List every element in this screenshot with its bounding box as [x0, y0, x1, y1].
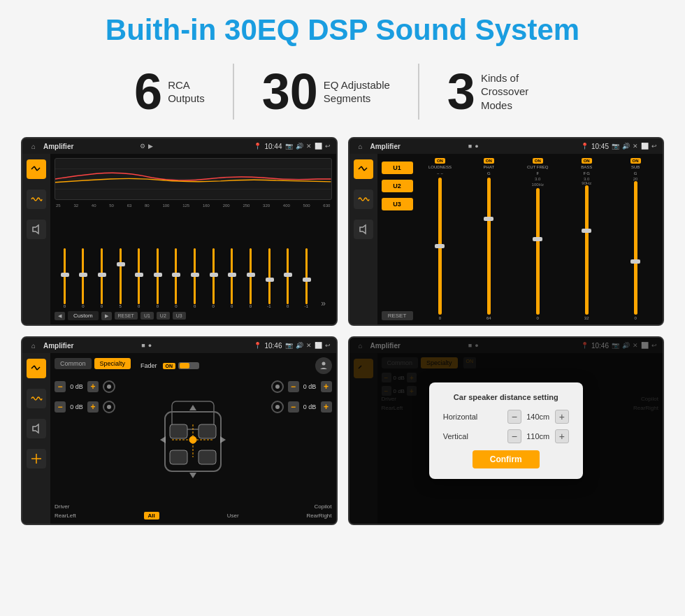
- fader-plus-rb[interactable]: +: [321, 401, 332, 413]
- eq-slider-6[interactable]: 0: [149, 248, 166, 308]
- cross-icon-eq[interactable]: [354, 159, 373, 179]
- dialog-screen-container: ⌂ Amplifier ■● 📍 10:46 📷🔊✕⬜↩ Common: [348, 336, 665, 525]
- fader-icon-speaker[interactable]: [27, 419, 46, 438]
- svg-line-12: [34, 366, 37, 370]
- svg-line-11: [31, 366, 34, 368]
- cross-sidebar: [349, 154, 377, 324]
- dialog-horizontal-label: Horizontal: [443, 413, 507, 421]
- dialog-horizontal-minus[interactable]: −: [507, 410, 521, 424]
- fader-right-controls: − 0 dB + − 0 dB +: [269, 378, 332, 501]
- car-diagram-svg: [154, 391, 231, 489]
- fader-tab-common[interactable]: Common: [55, 358, 92, 369]
- cross-icon-wave[interactable]: [354, 189, 373, 209]
- dialog-horizontal-plus[interactable]: +: [555, 410, 569, 424]
- fader-status-right: 📍 10:46 📷🔊✕⬜↩: [254, 342, 330, 350]
- svg-point-17: [322, 362, 325, 366]
- channel-loudness: ON LOUDNESS ~ ~ 0: [417, 158, 463, 320]
- svg-line-8: [361, 166, 364, 171]
- fader-minus-lt[interactable]: −: [55, 381, 66, 392]
- channel-sub: ON SUB G 20 0: [612, 158, 658, 320]
- home-icon-2[interactable]: ⌂: [355, 141, 366, 152]
- fader-plus-rt[interactable]: +: [321, 381, 332, 392]
- stat-label-crossover: Kinds of Crossover Modes: [481, 71, 551, 113]
- crossover-screen: U1 U2 U3 RESET ON LOUDNESS: [349, 154, 663, 324]
- eq-icon-wave[interactable]: [27, 189, 46, 209]
- dialog-vertical-control: − 110cm +: [507, 429, 569, 443]
- fader-minus-lb[interactable]: −: [55, 401, 66, 413]
- eq-slider-1[interactable]: 0: [56, 248, 73, 308]
- eq-u2-btn[interactable]: U2: [157, 312, 170, 320]
- eq-slider-5[interactable]: 0: [130, 248, 147, 308]
- svg-marker-10: [360, 225, 366, 234]
- svg-point-19: [107, 385, 111, 389]
- svg-marker-32: [189, 473, 196, 478]
- fader-icon-eq[interactable]: [27, 359, 46, 378]
- fader-layout: Common Specialty Fader ON: [22, 353, 336, 524]
- eq-slider-9[interactable]: 0: [205, 248, 222, 308]
- eq-main: 2532 4050 6380 100125 160200 250320 4005…: [50, 154, 336, 324]
- eq-next-btn[interactable]: ▶: [101, 312, 112, 320]
- fader-status-icons: ■●: [141, 342, 152, 349]
- label-user: User: [227, 513, 239, 519]
- svg-rect-24: [170, 424, 187, 438]
- sub-on-badge: ON: [630, 158, 641, 164]
- fader-minus-rb[interactable]: −: [288, 401, 299, 413]
- dialog-vertical-minus[interactable]: −: [507, 429, 521, 443]
- svg-line-2: [37, 168, 40, 171]
- fader-minus-rt[interactable]: −: [288, 381, 299, 392]
- eq-u1-btn[interactable]: U1: [140, 312, 154, 320]
- eq-prev-btn[interactable]: ◀: [55, 312, 65, 320]
- eq-sidebar: [22, 154, 50, 324]
- expand-icon[interactable]: »: [317, 299, 331, 308]
- home-icon-3[interactable]: ⌂: [28, 340, 39, 351]
- channel-cutfreq: ON CUT FREQ F 3.0 100Hz 0: [514, 158, 561, 320]
- cross-u3-btn[interactable]: U3: [382, 198, 413, 210]
- eq-slider-2[interactable]: 0: [75, 248, 92, 308]
- home-icon[interactable]: ⌂: [28, 141, 39, 152]
- eq-reset-btn[interactable]: RESET: [115, 312, 138, 320]
- cross-icon-speaker[interactable]: [354, 220, 373, 239]
- cross-u2-btn[interactable]: U2: [382, 180, 413, 192]
- loudness-label: LOUDNESS: [428, 165, 452, 169]
- eq-slider-3[interactable]: 0: [93, 248, 110, 308]
- cross-reset-btn[interactable]: RESET: [382, 311, 413, 320]
- svg-marker-3: [33, 225, 38, 234]
- cross-u1-btn[interactable]: U1: [382, 162, 413, 174]
- eq-slider-4[interactable]: 5: [112, 248, 129, 308]
- eq-u3-btn[interactable]: U3: [173, 312, 186, 320]
- confirm-button[interactable]: Confirm: [473, 450, 540, 468]
- eq-slider-12[interactable]: -1: [261, 248, 278, 308]
- eq-slider-11[interactable]: 0: [242, 248, 259, 308]
- fader-label: Fader: [140, 362, 157, 369]
- label-driver: Driver: [55, 503, 69, 510]
- fader-tab-specialty[interactable]: Specialty: [94, 358, 131, 369]
- fader-row-left-bottom: − 0 dB +: [55, 399, 117, 415]
- svg-point-38: [275, 405, 280, 409]
- bass-on-badge: ON: [582, 158, 592, 164]
- dialog-horizontal-value: 140cm: [524, 413, 552, 421]
- dialog-vertical-label: Vertical: [443, 432, 507, 440]
- stat-label-rca: RCA Outputs: [168, 78, 205, 106]
- svg-line-13: [37, 367, 40, 370]
- dialog-vertical-plus[interactable]: +: [555, 429, 569, 443]
- eq-mode-label: Custom: [68, 311, 99, 320]
- all-badge[interactable]: All: [144, 512, 159, 520]
- fader-plus-lt[interactable]: +: [87, 381, 99, 392]
- fader-tabs: Common Specialty: [55, 358, 131, 369]
- fader-icon-arrows[interactable]: [27, 449, 46, 468]
- fader-mode-row: RearLeft All User RearRight: [55, 512, 332, 520]
- eq-slider-8[interactable]: 0: [186, 248, 203, 308]
- svg-point-36: [275, 385, 280, 389]
- eq-slider-10[interactable]: 0: [223, 248, 240, 308]
- eq-slider-14[interactable]: -1: [298, 248, 315, 308]
- fader-plus-lb[interactable]: +: [87, 401, 99, 413]
- eq-icon-eq[interactable]: [27, 159, 46, 179]
- eq-icon-speaker[interactable]: [27, 220, 46, 239]
- eq-slider-13[interactable]: 0: [279, 248, 296, 308]
- fader-person-icon[interactable]: [315, 357, 332, 374]
- eq-sliders: 0 0: [55, 210, 332, 308]
- fader-icon-wave[interactable]: [27, 389, 46, 408]
- eq-screen: 2532 4050 6380 100125 160200 250320 4005…: [22, 154, 336, 324]
- eq-slider-7[interactable]: 0: [168, 248, 185, 308]
- fader-row-right-bottom: − 0 dB +: [269, 399, 332, 415]
